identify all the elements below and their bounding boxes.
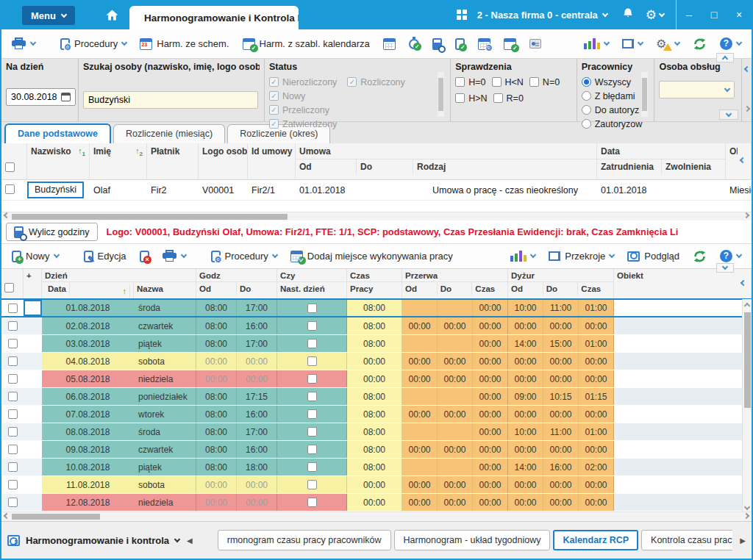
sprawdzenia-option[interactable]: H>N <box>455 91 487 105</box>
sprawdzenia-option[interactable]: H<N <box>492 75 524 89</box>
person-card-button[interactable] <box>525 36 546 51</box>
cell-obiekt[interactable] <box>614 476 752 493</box>
cell-przerwa-czas[interactable]: 00:00 <box>473 370 508 387</box>
cell-dyzur-do[interactable]: 00:00 <box>543 353 579 370</box>
settings-button[interactable]: ⚙ <box>646 9 664 21</box>
col-umowa-rodzaj[interactable]: Rodzaj <box>413 159 596 174</box>
cell-dyzur-do[interactable]: 16:00 <box>543 459 579 475</box>
panel-collapse2-button[interactable] <box>716 263 734 273</box>
cell-obiekt[interactable] <box>614 441 752 458</box>
nowy-button[interactable]: Nowy <box>7 248 63 265</box>
cell-godz-do[interactable]: 00:00 <box>237 353 277 370</box>
cell-nast-dzien[interactable] <box>277 300 347 316</box>
col-group-czy[interactable]: Czy Nast. dzień <box>277 269 347 298</box>
row-checkbox[interactable] <box>8 445 18 454</box>
cell-przerwa-do[interactable]: 00:00 <box>438 476 473 493</box>
cell-data[interactable]: 09.08.2018 <box>42 441 134 458</box>
pracownicy-scrollbar[interactable] <box>641 72 648 117</box>
pracownicy-option[interactable]: Do autoryz <box>582 103 650 117</box>
harm-ze-schem-button[interactable]: Harm. ze schem. <box>135 35 233 53</box>
cell-nast-dzien[interactable] <box>277 441 347 458</box>
checkbox-checked-icon[interactable] <box>269 91 279 101</box>
cell-dyzur-od[interactable]: 10:00 <box>508 300 543 316</box>
cell-dyzur-czas[interactable]: 00:00 <box>579 441 614 458</box>
notifications-button[interactable] <box>622 7 634 23</box>
row-checkbox[interactable] <box>8 498 18 507</box>
cell-nast-dzien[interactable] <box>277 406 347 423</box>
cell-obiekt[interactable] <box>614 388 752 405</box>
col-imie[interactable]: Imię↑2 <box>90 143 147 179</box>
calendar-picker-icon[interactable] <box>61 93 71 101</box>
refresh2-button[interactable] <box>688 247 711 266</box>
cell-nast-dzien[interactable] <box>277 494 347 511</box>
cell-obiekt[interactable] <box>614 335 752 352</box>
print2-button[interactable] <box>158 247 190 265</box>
row-select-cell[interactable] <box>1 406 24 423</box>
cell-data[interactable]: 06.08.2018 <box>42 388 134 405</box>
col-nazwa[interactable]: Nazwa <box>134 282 196 298</box>
col-godz-do[interactable]: Do <box>237 282 276 295</box>
date-input[interactable] <box>10 91 58 103</box>
cell-data[interactable]: 02.08.2018 <box>42 317 134 334</box>
checkbox-icon[interactable] <box>307 356 317 366</box>
checkbox-icon[interactable] <box>307 445 317 454</box>
cell-dyzur-do[interactable]: 10:15 <box>543 388 579 405</box>
cell-nazwa[interactable]: środa <box>134 423 196 440</box>
cell-data[interactable]: 01.08.2018 <box>42 300 134 316</box>
cell-nazwa[interactable]: piątek <box>134 335 196 352</box>
maximize-button[interactable]: □ <box>702 9 727 21</box>
checkbox-icon[interactable] <box>455 93 465 103</box>
cell-obiekt[interactable] <box>614 494 752 511</box>
cell-przerwa-do[interactable]: 00:00 <box>438 370 473 387</box>
row-select-cell[interactable] <box>1 441 24 458</box>
checkbox-checked-icon[interactable] <box>347 77 357 87</box>
col-group-przerwa[interactable]: Przerwa Od Do Czas <box>402 269 508 298</box>
cell-dyzur-do[interactable]: 00:00 <box>543 317 579 334</box>
dodaj-miejsce-button[interactable]: Dodaj miejsce wykonywania pracy <box>286 248 457 265</box>
cell-nazwisko[interactable]: Budzyński <box>27 182 90 198</box>
checkbox-icon[interactable] <box>307 480 317 489</box>
home-button[interactable] <box>96 0 129 29</box>
col-data[interactable]: Data↑ <box>42 282 134 298</box>
cell-przerwa-do[interactable] <box>438 459 473 475</box>
scroll-left-icon[interactable] <box>1 215 12 218</box>
podglad-button[interactable]: Podgląd <box>623 248 684 265</box>
schedule-vscrollbar[interactable] <box>742 299 752 511</box>
cell-przerwa-do[interactable]: 00:00 <box>438 406 473 423</box>
row-select-cell[interactable] <box>1 317 24 334</box>
radio-icon[interactable] <box>582 105 591 115</box>
row-select-cell[interactable] <box>1 476 24 493</box>
cell-czas-pracy[interactable]: 08:00 <box>347 441 402 458</box>
cell-obiekt[interactable] <box>614 300 752 316</box>
col-godz-od[interactable]: Od <box>196 282 237 295</box>
scroll-right-icon[interactable] <box>741 516 752 518</box>
radio-icon[interactable] <box>582 77 591 87</box>
cell-przerwa-czas[interactable]: 00:00 <box>473 317 508 334</box>
checkbox-icon[interactable] <box>307 304 317 313</box>
cell-data[interactable]: 12.08.2018 <box>42 494 134 511</box>
scroll-left-icon[interactable] <box>1 516 12 518</box>
col-dyzur-od[interactable]: Od <box>508 282 543 295</box>
edycja-button[interactable]: Edycja <box>79 248 131 265</box>
checkbox-icon[interactable] <box>493 93 503 103</box>
col-obiekt[interactable]: Obiekt <box>614 269 752 298</box>
cell-data[interactable]: 05.08.2018 <box>42 370 134 387</box>
schedule-hscrollbar[interactable] <box>1 511 752 521</box>
cell-data[interactable]: 08.08.2018 <box>42 423 134 440</box>
cell-przerwa-do[interactable] <box>438 388 473 405</box>
cell-przerwa-od[interactable] <box>402 388 438 405</box>
row-expand-cell[interactable] <box>24 300 42 316</box>
col-dyzur-czas[interactable]: Czas <box>578 282 613 295</box>
cell-dyzur-czas[interactable]: 00:00 <box>579 370 614 387</box>
col-group-data[interactable]: Data Zatrudnienia Zwolnienia <box>597 143 726 179</box>
cell-dyzur-od[interactable]: 00:00 <box>508 476 543 493</box>
row-expand-cell[interactable] <box>24 423 42 440</box>
row-checkbox[interactable] <box>5 184 15 194</box>
cell-dyzur-od[interactable]: 00:00 <box>508 370 543 387</box>
cell-dyzur-od[interactable]: 10:00 <box>508 423 543 440</box>
cell-zatrudnienia[interactable]: 01.01.2018 <box>597 185 662 195</box>
cell-logo[interactable]: V00001 <box>199 185 248 195</box>
cell-platnik[interactable]: Fir2 <box>147 185 199 195</box>
chart-menu-button[interactable] <box>579 35 613 52</box>
panel-collapse-button[interactable] <box>716 53 734 62</box>
